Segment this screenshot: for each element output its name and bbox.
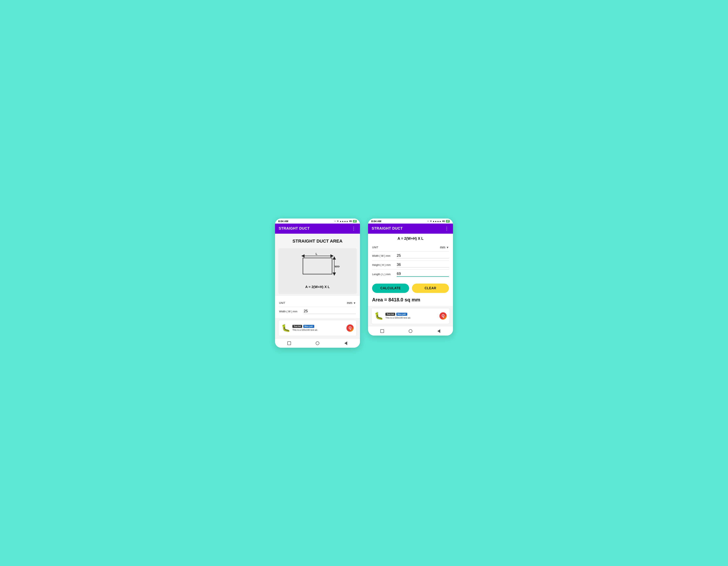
unit-label-right: UNIT <box>372 246 394 249</box>
clear-button[interactable]: CLEAR <box>412 283 449 293</box>
unit-dropdown-right[interactable]: mm ▼ <box>440 246 449 249</box>
nav-circle-left[interactable] <box>315 340 320 346</box>
svg-text:WXH: WXH <box>335 265 340 268</box>
signal-dots-right: ··· <box>427 220 429 222</box>
ad-test-label-right: Test Ad <box>385 313 395 316</box>
section-title: STRAIGHT DUCT AREA <box>275 234 360 246</box>
bluetooth-icon-right: ✦ <box>430 220 432 223</box>
ad-nice-label-right: Nice job! <box>396 313 407 316</box>
ad-desc-right: This is a 320x100 test ad. <box>385 316 411 319</box>
status-icons-left: ··· ✦ ▲▲▲▲ 4G 47 <box>334 220 357 223</box>
signal-dots: ··· <box>334 220 336 222</box>
battery-icon: 47 <box>353 220 357 223</box>
ad-bubble-right: Test Ad Nice job! This is a 320x100 test… <box>385 313 411 319</box>
width-input-left[interactable]: 25 <box>304 309 356 314</box>
network-4g-icon: 4G <box>349 220 352 222</box>
bluetooth-icon: ✦ <box>337 220 339 223</box>
app-title-right: STRAIGHT DUCT <box>372 227 403 231</box>
menu-icon-right[interactable]: ⋮ <box>444 226 449 231</box>
status-bar-right: 8:04 AM ··· ✦ ▲▲▲▲ 4G 47 <box>368 219 453 224</box>
svg-text:L: L <box>316 252 317 256</box>
status-time-left: 8:04 AM <box>278 220 288 223</box>
chevron-down-icon-left: ▼ <box>353 301 356 304</box>
status-time-right: 8:04 AM <box>371 220 381 223</box>
unit-row-left: UNIT mm ▼ <box>279 299 356 307</box>
nav-back-left[interactable] <box>343 340 349 346</box>
form-area-left: UNIT mm ▼ Width ( W ) mm 25 <box>275 296 360 318</box>
result-text: Area = 8418.0 sq mm <box>372 297 420 302</box>
content-right: A = 2(W+H) X L UNIT mm ▼ Width ( W ) mm … <box>368 234 453 326</box>
height-label-right: Height ( H ) mm <box>372 264 394 267</box>
battery-icon-right: 47 <box>446 220 450 223</box>
height-input-right[interactable]: 36 <box>397 263 449 268</box>
calculate-button[interactable]: CALCULATE <box>372 283 409 293</box>
app-bar-right: STRAIGHT DUCT ⋮ <box>368 224 453 234</box>
content-left: STRAIGHT DUCT AREA <box>275 234 360 338</box>
form-area-right: UNIT mm ▼ Width ( W ) mm 25 Height ( H )… <box>368 243 453 280</box>
height-row-right: Height ( H ) mm 36 <box>372 261 449 270</box>
ad-monster-right: 🐛 <box>374 312 383 320</box>
diagram-area: L WXH A = 2(W+H) X L <box>278 248 357 294</box>
ad-icon-right: Q <box>439 312 447 319</box>
unit-value-right: mm <box>440 246 445 249</box>
unit-value-left: mm <box>347 301 352 305</box>
ad-banner-right: 🐛 Test Ad Nice job! This is a 320x100 te… <box>371 308 450 324</box>
nav-bar-right <box>368 326 453 335</box>
ad-icon-left: Q <box>346 324 354 332</box>
left-phone: 8:04 AM ··· ✦ ▲▲▲▲ 4G 47 STRAIGHT DUCT ⋮… <box>275 219 360 348</box>
width-input-right[interactable]: 25 <box>397 254 449 258</box>
status-bar-left: 8:04 AM ··· ✦ ▲▲▲▲ 4G 47 <box>275 219 360 224</box>
result-area: Area = 8418.0 sq mm <box>368 295 453 306</box>
length-row-right: Length ( L ) mm 69 <box>372 270 449 279</box>
nav-square-left[interactable] <box>286 340 292 346</box>
formula-left: A = 2(W+H) X L <box>305 283 330 289</box>
buttons-row-right: CALCULATE CLEAR <box>368 280 453 295</box>
phones-container: 8:04 AM ··· ✦ ▲▲▲▲ 4G 47 STRAIGHT DUCT ⋮… <box>275 219 453 348</box>
unit-dropdown-left[interactable]: mm ▼ <box>347 301 356 305</box>
app-bar-left: STRAIGHT DUCT ⋮ <box>275 224 360 234</box>
width-label-left: Width ( W ) mm <box>279 310 301 313</box>
ad-test-label-left: Test Ad <box>292 325 302 328</box>
ad-desc-left: This is a 320x100 test ad. <box>292 329 318 331</box>
menu-icon-left[interactable]: ⋮ <box>351 226 356 231</box>
svg-rect-2 <box>303 258 332 274</box>
formula-top-right: A = 2(W+H) X L <box>368 234 453 243</box>
nav-circle-right[interactable] <box>408 328 413 334</box>
app-title-left: STRAIGHT DUCT <box>279 227 310 231</box>
ad-monster-left: 🐛 <box>281 324 290 332</box>
chevron-down-icon-right: ▼ <box>446 246 449 249</box>
unit-row-right: UNIT mm ▼ <box>372 244 449 252</box>
right-phone: 8:04 AM ··· ✦ ▲▲▲▲ 4G 47 STRAIGHT DUCT ⋮… <box>368 219 453 335</box>
width-row-right: Width ( W ) mm 25 <box>372 252 449 261</box>
status-icons-right: ··· ✦ ▲▲▲▲ 4G 47 <box>427 220 450 223</box>
ad-nice-label-left: Nice job! <box>303 325 314 328</box>
nav-back-right[interactable] <box>436 328 442 334</box>
duct-diagram: L WXH <box>295 252 340 280</box>
ad-banner-left: 🐛 Test Ad Nice job! This is a 320x100 te… <box>278 320 357 336</box>
signal-bars-icon: ▲▲▲▲ <box>340 220 348 222</box>
network-4g-icon-right: 4G <box>442 220 445 222</box>
nav-square-right[interactable] <box>379 328 385 334</box>
length-label-right: Length ( L ) mm <box>372 273 394 276</box>
width-label-right: Width ( W ) mm <box>372 254 394 257</box>
width-row-left: Width ( W ) mm 25 <box>279 307 356 316</box>
ad-bubble-left: Test Ad Nice job! This is a 320x100 test… <box>292 325 318 331</box>
length-input-right[interactable]: 69 <box>397 272 449 277</box>
unit-label-left: UNIT <box>279 301 301 304</box>
signal-bars-icon-right: ▲▲▲▲ <box>433 220 441 222</box>
nav-bar-left <box>275 338 360 348</box>
